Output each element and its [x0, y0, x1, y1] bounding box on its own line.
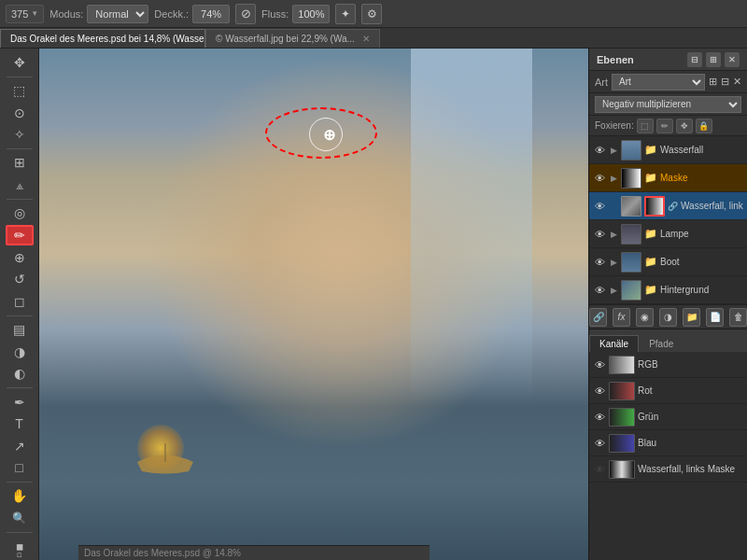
- deckk-label: Deckk.:: [154, 8, 189, 20]
- pin-position-icon[interactable]: ✥: [676, 119, 693, 133]
- adjust-btn[interactable]: ◑: [659, 308, 677, 327]
- layer-expand-wasserfall[interactable]: ▶: [609, 144, 618, 157]
- pin-paint-icon[interactable]: ✏: [656, 119, 673, 133]
- eraser-tool[interactable]: ◻: [6, 291, 34, 312]
- tab-kanaele[interactable]: Kanäle: [589, 335, 639, 352]
- modus-select[interactable]: Normal: [87, 5, 148, 23]
- hand-tool[interactable]: ✋: [6, 486, 34, 507]
- folder-icon-maske: 📁: [644, 172, 657, 184]
- magic-wand-tool[interactable]: ✧: [6, 124, 34, 145]
- layer-vis-wasserfall[interactable]: 👁: [593, 144, 606, 157]
- brush-tool[interactable]: ✏: [6, 225, 34, 245]
- close-panel-icon[interactable]: ✕: [733, 76, 741, 88]
- group-btn[interactable]: 📁: [683, 308, 700, 327]
- layer-expand-lampe[interactable]: ▶: [609, 228, 618, 241]
- layer-expand-maske[interactable]: ▶: [609, 172, 618, 185]
- panel-icon-3[interactable]: ✕: [725, 52, 740, 67]
- tab-main[interactable]: Das Orakel des Meeres.psd bei 14,8% (Was…: [0, 29, 205, 48]
- channel-vis-gruen[interactable]: 👁: [593, 411, 606, 424]
- layer-vis-maske[interactable]: 👁: [593, 172, 606, 185]
- layer-item-hintergrund[interactable]: 👁 ▶ 📁 Hintergrund: [589, 276, 747, 304]
- spot-heal-tool[interactable]: ◎: [6, 203, 34, 223]
- pin-transparent-icon[interactable]: ⬚: [637, 119, 654, 133]
- airbrush-btn[interactable]: ⊘: [235, 4, 256, 24]
- layer-item-lampe[interactable]: 👁 ▶ 📁 Lampe: [589, 220, 747, 248]
- layer-vis-hintergrund[interactable]: 👁: [593, 284, 606, 297]
- panel-icon-1[interactable]: ⊟: [687, 52, 702, 67]
- layer-item-wasserfall[interactable]: 👁 ▶ 📁 Wasserfall: [589, 136, 747, 164]
- dodge-tool[interactable]: ◐: [6, 364, 34, 385]
- channel-item-rot[interactable]: 👁 Rot: [589, 378, 747, 404]
- eyedropper-tool[interactable]: ⟁: [6, 175, 34, 195]
- history-brush-tool[interactable]: ↺: [6, 270, 34, 290]
- panel-icon-2[interactable]: ⊞: [706, 52, 721, 67]
- brush-size-value: 375: [11, 8, 28, 20]
- clone-stamp-tool[interactable]: ⊕: [6, 247, 34, 268]
- layer-vis-lampe[interactable]: 👁: [593, 228, 606, 241]
- layer-item-maske[interactable]: 👁 ▶ 📁 Maske: [589, 164, 747, 192]
- lasso-tool[interactable]: ⊙: [6, 103, 34, 123]
- layer-item-boot[interactable]: 👁 ▶ 📁 Boot: [589, 248, 747, 276]
- tab-pfade[interactable]: Pfade: [639, 335, 684, 352]
- move-tool[interactable]: ✥: [6, 52, 34, 73]
- modus-label: Modus:: [49, 8, 83, 20]
- fx-btn[interactable]: fx: [613, 308, 630, 327]
- panel-action-2[interactable]: ⊟: [721, 76, 729, 88]
- canvas-area[interactable]: ⊕ Das Orakel des Meeres.psd @ 14.8%: [39, 49, 588, 560]
- channel-item-wasserfall-mask[interactable]: 👁 Wasserfall, links Maske: [589, 456, 747, 483]
- new-layer-btn[interactable]: 📄: [706, 308, 724, 327]
- channel-item-gruen[interactable]: 👁 Grün: [589, 404, 747, 430]
- channel-vis-rgb[interactable]: 👁: [593, 358, 606, 371]
- layers-panel-header: Ebenen ⊟ ⊞ ✕: [589, 49, 747, 71]
- pin-lock-icon[interactable]: 🔒: [696, 119, 712, 133]
- deckk-input[interactable]: 74%: [192, 5, 230, 23]
- foreground-background[interactable]: ◼□: [6, 536, 34, 556]
- channel-vis-wasserfall-mask[interactable]: 👁: [593, 463, 606, 476]
- panel-action-1[interactable]: ⊞: [709, 76, 717, 88]
- layer-expand-boot[interactable]: ▶: [609, 256, 618, 269]
- tab-second[interactable]: © Wasserfall.jpg bei 22,9% (Wa... ✕: [205, 29, 380, 48]
- channel-name-rot: Rot: [638, 385, 653, 396]
- layer-vis-boot[interactable]: 👁: [593, 256, 606, 269]
- layer-type-select[interactable]: Art: [612, 74, 705, 91]
- modus-group: Modus: Normal: [49, 5, 148, 23]
- toolbar-separator-4: [7, 315, 33, 316]
- zoom-tool[interactable]: 🔍: [6, 508, 34, 528]
- tab-bar: Das Orakel des Meeres.psd bei 14,8% (Was…: [0, 28, 747, 49]
- path-select-tool[interactable]: ↗: [6, 436, 34, 456]
- layer-expand-hintergrund[interactable]: ▶: [609, 284, 618, 297]
- folder-icon-lampe: 📁: [644, 228, 657, 240]
- settings-btn[interactable]: ⚙: [361, 4, 382, 24]
- channel-vis-blau[interactable]: 👁: [593, 437, 606, 450]
- type-tool[interactable]: T: [6, 413, 34, 434]
- right-panel: Ebenen ⊟ ⊞ ✕ Art Art ⊞ ⊟ ✕ Negativ multi…: [588, 49, 747, 560]
- tablet-btn[interactable]: ✦: [335, 4, 356, 24]
- folder-icon-boot: 📁: [644, 256, 657, 268]
- brush-cursor-crosshair: ⊕: [319, 125, 338, 144]
- fluss-label: Fluss:: [261, 8, 289, 20]
- layer-type-label: Art: [595, 77, 608, 88]
- layer-expand-wasserfall-link: [609, 200, 618, 213]
- tab-main-label: Das Orakel des Meeres.psd bei 14,8% (Was…: [10, 34, 205, 44]
- blend-mode-select[interactable]: Negativ multiplizieren: [595, 96, 741, 113]
- canvas-content: ⊕: [39, 49, 588, 560]
- link-layers-btn[interactable]: 🔗: [589, 308, 607, 327]
- shape-tool[interactable]: □: [6, 457, 34, 478]
- fluss-input[interactable]: 100%: [292, 5, 330, 23]
- crop-tool[interactable]: ⊞: [6, 153, 34, 174]
- gradient-tool[interactable]: ▤: [6, 319, 34, 340]
- channel-item-rgb[interactable]: 👁 RGB: [589, 352, 747, 378]
- link-icon-wasserfall-link: 🔗: [668, 202, 678, 211]
- channel-item-blau[interactable]: 👁 Blau: [589, 430, 747, 456]
- layer-vis-wasserfall-link[interactable]: 👁: [593, 200, 606, 213]
- tab-second-close[interactable]: ✕: [362, 34, 370, 44]
- channel-vis-rot[interactable]: 👁: [593, 385, 606, 398]
- pen-tool[interactable]: ✒: [6, 392, 34, 413]
- marquee-tool[interactable]: ⬚: [6, 80, 34, 101]
- layer-item-wasserfall-link[interactable]: 👁 🔗 Wasserfall, link: [589, 192, 747, 220]
- blur-tool[interactable]: ◑: [6, 342, 34, 362]
- delete-layer-btn[interactable]: 🗑: [729, 308, 747, 327]
- layer-name-hintergrund: Hintergrund: [660, 285, 743, 295]
- mask-btn[interactable]: ◉: [636, 308, 654, 327]
- fluss-group: Fluss: 100%: [261, 5, 330, 23]
